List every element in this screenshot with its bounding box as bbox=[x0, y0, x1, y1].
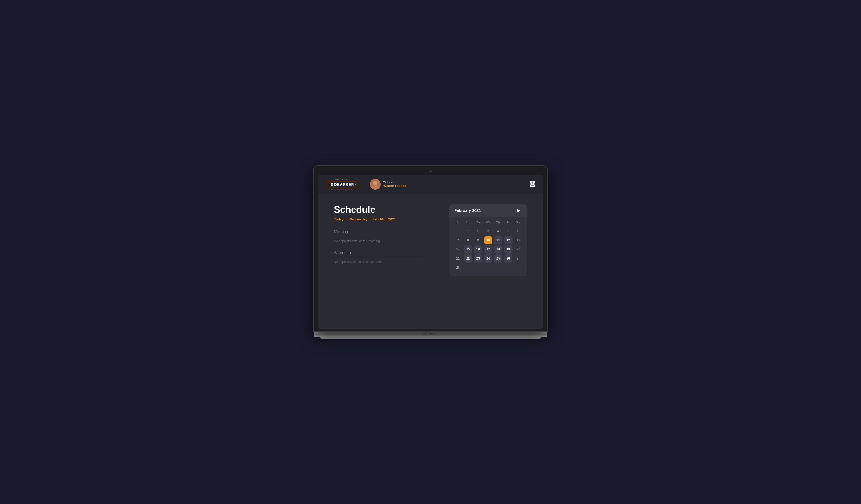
date-subtitle: Today | Wednesday | Feb 10th, 2021 bbox=[334, 217, 439, 221]
app-body: Schedule Today | Wednesday | Feb 10th, 2… bbox=[318, 194, 543, 329]
laptop-camera bbox=[429, 170, 432, 172]
power-button[interactable]: ⏻ bbox=[530, 181, 535, 187]
calendar-day[interactable]: 24 bbox=[484, 254, 492, 263]
morning-empty-text: No appointments for this morning. bbox=[334, 239, 439, 243]
calendar-weekday: Th bbox=[493, 220, 503, 225]
calendar-day[interactable]: 5 bbox=[504, 227, 512, 235]
calendar-day[interactable]: 3 bbox=[484, 227, 492, 235]
day-label: Wednesday bbox=[349, 217, 367, 221]
calendar-weekday: Mo bbox=[463, 220, 473, 225]
logo-arrow-right: ‹ bbox=[355, 183, 356, 186]
calendar-next-button[interactable]: ▶ bbox=[516, 208, 522, 213]
user-info: Welcome, Wilson Franca bbox=[370, 179, 406, 190]
app-header: Awesome › GOBARBER ‹ Haircuts & Shaves bbox=[318, 175, 543, 194]
calendar-day[interactable]: 16 bbox=[474, 245, 482, 254]
avatar bbox=[370, 179, 381, 190]
calendar-day bbox=[474, 263, 482, 272]
calendar-weekday: Fr bbox=[503, 220, 513, 225]
full-date: Feb 10th, 2021 bbox=[373, 217, 396, 221]
logo-arrow-left: › bbox=[329, 183, 330, 186]
calendar-day[interactable]: 4 bbox=[494, 227, 503, 235]
calendar-day bbox=[454, 227, 462, 235]
calendar-grid: SuMoTuWeThFrSa 1234567891011121314151617… bbox=[449, 217, 527, 276]
logo-subtitle-text: Haircuts & Shaves bbox=[330, 189, 354, 191]
calendar-day[interactable]: 12 bbox=[504, 236, 512, 244]
user-text: Welcome, Wilson Franca bbox=[383, 181, 406, 188]
separator-1: | bbox=[345, 217, 347, 221]
separator-2: | bbox=[369, 217, 370, 221]
laptop-base: MacBook Air bbox=[314, 332, 547, 337]
calendar-day[interactable]: 2 bbox=[474, 227, 482, 235]
logo-main: › GOBARBER ‹ bbox=[326, 181, 359, 188]
calendar-days: 1234567891011121314151617181920212223242… bbox=[453, 227, 523, 272]
calendar-day[interactable]: 23 bbox=[474, 254, 482, 263]
calendar-day[interactable]: 9 bbox=[474, 236, 482, 244]
calendar-day[interactable]: 15 bbox=[464, 245, 472, 254]
calendar-weekday: Su bbox=[453, 220, 463, 225]
afternoon-empty-text: No appointments for this afternoon. bbox=[334, 260, 439, 264]
user-name: Wilson Franca bbox=[383, 184, 406, 188]
logo-container: Awesome › GOBARBER ‹ Haircuts & Shaves bbox=[326, 178, 359, 191]
calendar-day[interactable]: 21 bbox=[454, 254, 462, 263]
calendar-day[interactable]: 8 bbox=[464, 236, 472, 244]
logo-awesome-text: Awesome bbox=[335, 178, 350, 180]
calendar-weekdays: SuMoTuWeThFrSa bbox=[453, 220, 523, 225]
morning-divider bbox=[334, 236, 422, 236]
calendar-day[interactable]: 7 bbox=[454, 236, 462, 244]
calendar-day[interactable]: 22 bbox=[464, 254, 472, 263]
laptop-wrapper: Awesome › GOBARBER ‹ Haircuts & Shaves bbox=[314, 166, 547, 339]
calendar-day bbox=[494, 263, 503, 272]
calendar-container: February 2021 ▶ SuMoTuWeThFrSa 123456789… bbox=[449, 204, 527, 319]
calendar-day[interactable]: 26 bbox=[504, 254, 512, 263]
calendar-month-year: February 2021 bbox=[454, 208, 481, 212]
calendar-day bbox=[484, 263, 492, 272]
morning-section: Morning No appointments for this morning… bbox=[334, 229, 439, 243]
laptop-chin bbox=[320, 337, 542, 339]
welcome-label: Welcome, bbox=[383, 181, 406, 184]
svg-point-1 bbox=[373, 181, 377, 185]
calendar-day[interactable]: 1 bbox=[464, 227, 472, 235]
calendar-day[interactable]: 6 bbox=[514, 227, 522, 235]
header-left: Awesome › GOBARBER ‹ Haircuts & Shaves bbox=[326, 178, 406, 191]
calendar: February 2021 ▶ SuMoTuWeThFrSa 123456789… bbox=[449, 204, 527, 276]
calendar-day[interactable]: 20 bbox=[514, 245, 522, 254]
calendar-day[interactable]: 11 bbox=[494, 236, 503, 244]
laptop-screen: Awesome › GOBARBER ‹ Haircuts & Shaves bbox=[318, 175, 543, 329]
calendar-day bbox=[504, 263, 512, 272]
today-label: Today bbox=[334, 217, 343, 221]
laptop-base-label: MacBook Air bbox=[422, 333, 439, 335]
afternoon-title: Afternoon bbox=[334, 250, 439, 255]
calendar-day[interactable]: 18 bbox=[494, 245, 503, 254]
calendar-weekday: We bbox=[483, 220, 493, 225]
calendar-header: February 2021 ▶ bbox=[449, 204, 527, 217]
calendar-weekday: Tu bbox=[473, 220, 483, 225]
calendar-day bbox=[464, 263, 472, 272]
calendar-day[interactable]: 10 bbox=[484, 236, 492, 244]
page-title: Schedule bbox=[334, 204, 439, 215]
calendar-day[interactable]: 13 bbox=[514, 236, 522, 244]
calendar-day[interactable]: 17 bbox=[484, 245, 492, 254]
calendar-day[interactable]: 28 bbox=[454, 263, 462, 272]
calendar-day[interactable]: 27 bbox=[514, 254, 522, 263]
main-content: Schedule Today | Wednesday | Feb 10th, 2… bbox=[334, 204, 439, 319]
calendar-day[interactable]: 14 bbox=[454, 245, 462, 254]
calendar-day bbox=[514, 263, 522, 272]
afternoon-section: Afternoon No appointments for this after… bbox=[334, 250, 439, 264]
morning-title: Morning bbox=[334, 229, 439, 234]
calendar-weekday: Sa bbox=[513, 220, 523, 225]
calendar-day[interactable]: 19 bbox=[504, 245, 512, 254]
logo-brand-text: GOBARBER bbox=[331, 182, 354, 186]
laptop-bezel: Awesome › GOBARBER ‹ Haircuts & Shaves bbox=[314, 166, 547, 332]
calendar-day[interactable]: 25 bbox=[494, 254, 503, 263]
